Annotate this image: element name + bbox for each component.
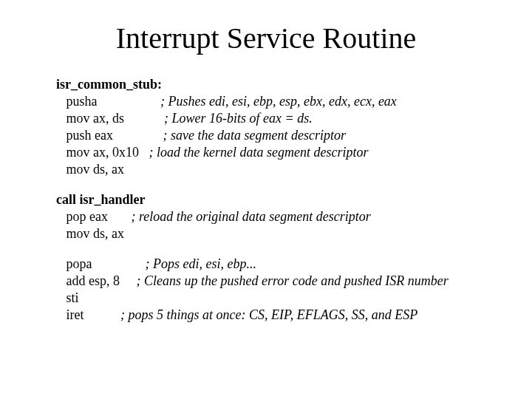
code-instr: mov ax, ds [56,111,164,126]
code-comment: ; pops 5 things at once: CS, EIP, EFLAGS… [120,307,417,322]
code-instr: add esp, 8 [56,273,136,288]
code-comment: ; load the kernel data segment descripto… [149,145,369,160]
code-line: push eax ; save the data segment descrip… [56,127,488,144]
code-block-2: call isr_handler pop eax ; reload the or… [56,191,488,242]
code-comment: ; reload the original data segment descr… [131,209,370,224]
code-comment: ; Lower 16-bits of eax = ds. [164,111,313,126]
code-instr: popa [56,256,146,271]
code-block-3: popa ; Pops edi, esi, ebp... add esp, 8 … [56,256,488,324]
code-line: mov ax, ds ; Lower 16-bits of eax = ds. [56,110,488,127]
code-comment: ; Cleans up the pushed error code and pu… [136,273,448,288]
code-comment: ; Pushes edi, esi, ebp, esp, ebx, edx, e… [160,94,397,109]
code-line: sti [56,290,488,307]
slide-title: Interrupt Service Routine [44,21,488,55]
code-comment: ; save the data segment descriptor [163,128,345,143]
code-instr: sti [56,290,79,305]
code-line: add esp, 8 ; Cleans up the pushed error … [56,273,488,290]
spacer [44,178,488,191]
code-block-1: isr_common_stub: pusha ; Pushes edi, esi… [56,76,488,178]
code-line: mov ds, ax [56,225,488,242]
code-instr: pop eax [56,209,131,224]
code-line: popa ; Pops edi, esi, ebp... [56,256,488,273]
code-line: iret ; pops 5 things at once: CS, EIP, E… [56,307,488,324]
code-line: pop eax ; reload the original data segme… [56,208,488,225]
code-line: pusha ; Pushes edi, esi, ebp, esp, ebx, … [56,93,488,110]
code-line: mov ax, 0x10 ; load the kernel data segm… [56,144,488,161]
slide: Interrupt Service Routine isr_common_stu… [0,0,532,399]
code-label: isr_common_stub: [56,76,488,93]
code-comment: ; Pops edi, esi, ebp... [146,256,256,271]
code-label: call isr_handler [56,191,488,208]
code-instr: pusha [56,94,160,109]
code-instr: push eax [56,128,163,143]
code-instr: iret [56,307,120,322]
spacer [44,242,488,256]
code-instr: mov ds, ax [56,162,124,177]
code-line: mov ds, ax [56,161,488,178]
code-instr: mov ax, 0x10 [56,145,149,160]
code-instr: mov ds, ax [56,226,124,241]
